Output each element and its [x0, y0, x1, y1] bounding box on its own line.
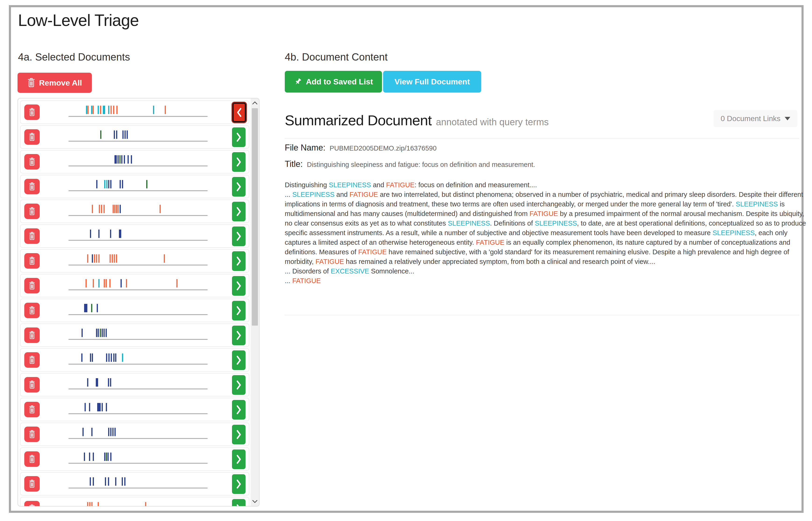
term-tick-orange [114, 205, 115, 213]
term-tick-navy [90, 477, 91, 486]
term-tick-navy [89, 403, 90, 411]
open-document-button[interactable] [232, 226, 245, 246]
open-document-button[interactable] [232, 325, 245, 345]
query-term-highlight: FATIGUE [292, 277, 321, 285]
view-full-document-label: View Full Document [395, 77, 470, 86]
open-document-button[interactable] [232, 152, 245, 172]
chevron-left-icon [236, 107, 242, 118]
open-document-button[interactable] [232, 276, 245, 296]
open-document-button[interactable] [232, 301, 245, 320]
remove-document-button[interactable] [24, 253, 40, 269]
selected-document-button[interactable] [233, 103, 246, 122]
term-tick-navy [115, 155, 117, 164]
term-tick-orange [118, 205, 119, 213]
remove-document-button[interactable] [24, 278, 40, 293]
scroll-down-button[interactable] [250, 497, 259, 506]
open-document-button[interactable] [232, 128, 245, 147]
open-document-button[interactable] [232, 202, 245, 221]
page-title: Low-Level Triage [18, 11, 139, 30]
open-document-button[interactable] [232, 400, 245, 420]
term-tick-orange [113, 205, 114, 213]
summary-text-segment: and [335, 191, 350, 198]
term-tick-navy [105, 477, 106, 486]
open-document-button[interactable] [232, 350, 245, 370]
term-tick-navy [90, 229, 91, 238]
term-tick-navy [106, 354, 107, 362]
remove-document-button[interactable] [24, 204, 40, 219]
remove-document-button[interactable] [24, 377, 40, 392]
sparkline-baseline [68, 265, 208, 266]
view-full-document-button[interactable]: View Full Document [383, 71, 481, 93]
term-tick-navy [102, 403, 103, 411]
term-tick-orange [116, 106, 118, 114]
term-tick-orange [87, 254, 88, 263]
open-document-button[interactable] [232, 450, 245, 469]
open-document-button[interactable] [232, 425, 245, 444]
remove-document-button[interactable] [24, 352, 40, 368]
open-document-button[interactable] [232, 251, 245, 271]
summary-text-segment: . Definitions of [490, 220, 535, 227]
remove-document-button[interactable] [24, 501, 40, 506]
remove-document-button[interactable] [24, 154, 40, 169]
chevron-right-icon [236, 132, 242, 142]
chevron-right-icon [236, 504, 242, 506]
remove-document-button[interactable] [24, 427, 40, 442]
remove-document-button[interactable] [24, 303, 40, 318]
sparkline-baseline [68, 116, 208, 117]
document-links-dropdown[interactable]: 0 Document Links [714, 110, 797, 127]
selected-documents-heading: 4a. Selected Documents [18, 51, 130, 63]
remove-document-button[interactable] [24, 129, 40, 145]
term-tick-navy [116, 131, 117, 139]
remove-document-button[interactable] [24, 327, 40, 343]
chevron-right-icon [236, 231, 242, 242]
remove-document-button[interactable] [24, 451, 40, 467]
trash-icon [28, 455, 35, 463]
scroll-up-button[interactable] [250, 98, 259, 108]
remove-all-label: Remove All [39, 78, 82, 87]
term-tick-navy [120, 205, 121, 213]
open-document-button[interactable] [232, 177, 245, 197]
term-tick-teal [91, 106, 92, 114]
term-tick-navy [92, 354, 93, 362]
term-tick-navy [110, 378, 111, 387]
summary-text-segment: ... [285, 191, 292, 198]
summary-line: ... FATIGUE [285, 276, 808, 286]
open-document-button[interactable] [232, 474, 245, 494]
term-tick-navy [131, 155, 132, 164]
remove-document-button[interactable] [24, 402, 40, 417]
sparkline-baseline [68, 413, 208, 414]
term-tick-orange [91, 502, 93, 506]
term-tick-green [146, 180, 147, 188]
term-tick-navy [81, 354, 82, 362]
term-tick-orange [100, 106, 101, 114]
term-tick-green [106, 453, 107, 461]
document-row [20, 175, 249, 198]
remove-document-button[interactable] [24, 105, 40, 120]
remove-document-button[interactable] [24, 228, 40, 244]
term-tick-navy [96, 378, 98, 387]
query-term-highlight: FATIGUE [316, 258, 344, 265]
term-tick-navy [103, 329, 105, 337]
document-list-scrollbar[interactable] [250, 98, 259, 506]
trash-icon [28, 182, 35, 191]
document-row [20, 200, 249, 223]
term-tick-navy [92, 254, 93, 263]
sparkline-baseline [68, 215, 208, 216]
summary-line: ... Disorders of EXCESSIVE Somnolence... [285, 267, 808, 276]
term-tick-navy [93, 453, 94, 461]
scrollbar-thumb[interactable] [252, 108, 258, 325]
term-tick-navy [99, 403, 101, 411]
term-tick-navy [124, 131, 126, 139]
add-to-saved-list-button[interactable]: Add to Saved List [285, 71, 382, 93]
query-term-highlight: FATIGUE [476, 239, 504, 246]
document-row [20, 125, 249, 149]
remove-document-button[interactable] [24, 179, 40, 194]
open-document-button[interactable] [232, 375, 245, 395]
open-document-button[interactable] [232, 499, 245, 506]
term-tick-orange [98, 502, 99, 506]
term-tick-orange [87, 106, 89, 114]
remove-document-button[interactable] [24, 476, 40, 492]
term-tick-navy [87, 378, 88, 387]
term-tick-navy [108, 180, 109, 188]
remove-all-button[interactable]: Remove All [18, 73, 92, 93]
